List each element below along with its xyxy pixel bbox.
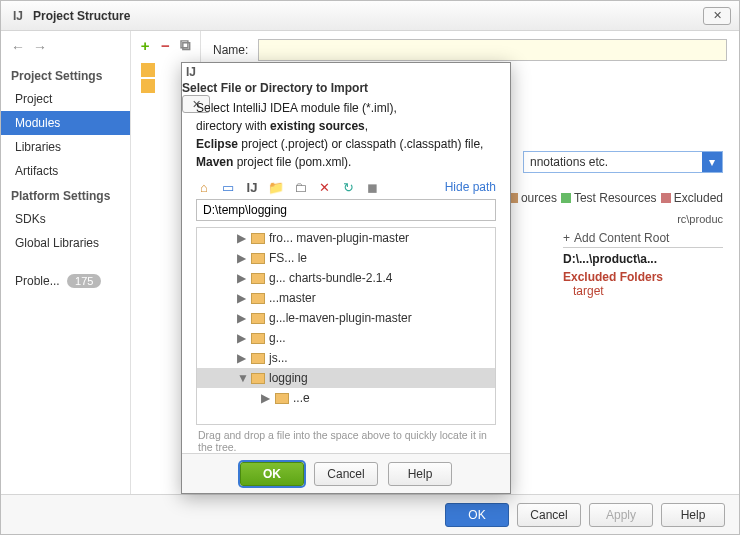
copy-module-icon[interactable]: ⧉ [180, 37, 192, 53]
tree-row-label: js... [269, 351, 288, 365]
module-item[interactable] [141, 63, 155, 77]
path-input[interactable] [196, 199, 496, 221]
expand-arrow-icon[interactable]: ▶ [237, 231, 247, 245]
window-title: Project Structure [33, 9, 130, 23]
sidebar-item-project[interactable]: Project [1, 87, 130, 111]
help-button[interactable]: Help [661, 503, 725, 527]
cancel-button[interactable]: Cancel [517, 503, 581, 527]
expand-arrow-icon[interactable]: ▶ [237, 331, 247, 345]
tree-row-label: ...master [269, 291, 316, 305]
settings-sidebar: ← → Project Settings Project Modules Lib… [1, 31, 131, 494]
sidebar-item-libraries[interactable]: Libraries [1, 135, 130, 159]
tab-test-resources[interactable]: Test Resources [561, 191, 657, 205]
module-name-input[interactable] [258, 39, 727, 61]
tree-row-label: g... charts-bundle-2.1.4 [269, 271, 392, 285]
excluded-folder-value[interactable]: target [563, 284, 723, 298]
sidebar-item-global-libraries[interactable]: Global Libraries [1, 231, 130, 255]
nav-back-icon[interactable]: ← [11, 39, 25, 55]
tree-row-label: g... [269, 331, 286, 345]
main-titlebar: IJ Project Structure ✕ [1, 1, 739, 31]
expand-arrow-icon[interactable]: ▶ [261, 391, 271, 405]
name-label: Name: [213, 43, 248, 57]
expand-arrow-icon[interactable]: ▶ [237, 311, 247, 325]
module-item[interactable] [141, 79, 155, 93]
source-path-fragment: rc\produc [677, 213, 723, 225]
problems-count-badge: 175 [67, 274, 101, 288]
import-dialog: IJ Select File or Directory to Import ✕ … [181, 62, 511, 494]
dialog-help-button[interactable]: Help [388, 462, 452, 486]
tree-row[interactable]: ▶...master [197, 288, 495, 308]
folder-icon [251, 353, 265, 364]
folder-icon [275, 393, 289, 404]
intellij-icon: IJ [182, 63, 200, 81]
nav-forward-icon[interactable]: → [33, 39, 47, 55]
intellij-icon: IJ [9, 7, 27, 25]
file-chooser-toolbar: ⌂ ▭ IJ 📁 🗀 ✕ ↻ ◼ Hide path [196, 171, 496, 199]
source-folder-tabs: ources Test Resources Excluded [508, 191, 723, 205]
tab-excluded[interactable]: Excluded [661, 191, 723, 205]
dialog-title: Select File or Directory to Import [182, 81, 368, 95]
folder-icon [251, 313, 265, 324]
project-icon[interactable]: IJ [244, 179, 260, 195]
tree-row[interactable]: ▶...e [197, 388, 495, 408]
add-module-icon[interactable]: + [139, 37, 151, 53]
folder-icon [251, 333, 265, 344]
sidebar-item-modules[interactable]: Modules [1, 111, 130, 135]
tree-row-label: fro... maven-plugin-master [269, 231, 409, 245]
language-level-dropdown[interactable]: nnotations etc. ▾ [523, 151, 723, 173]
file-tree[interactable]: ▶fro... maven-plugin-master▶FS... le▶g..… [196, 227, 496, 425]
folder-icon [251, 373, 265, 384]
tree-row[interactable]: ▶js... [197, 348, 495, 368]
tree-row-label: g...le-maven-plugin-master [269, 311, 412, 325]
delete-icon[interactable]: ✕ [316, 179, 332, 195]
show-hidden-icon[interactable]: ◼ [364, 179, 380, 195]
apply-button[interactable]: Apply [589, 503, 653, 527]
tree-row-label: FS... le [269, 251, 307, 265]
folder-icon [251, 293, 265, 304]
tree-row[interactable]: ▶fro... maven-plugin-master [197, 228, 495, 248]
remove-module-icon[interactable]: − [159, 37, 171, 53]
folder-icon [251, 253, 265, 264]
excluded-folders-label: Excluded Folders [563, 270, 723, 284]
main-footer: OK Cancel Apply Help [1, 494, 739, 534]
dialog-ok-button[interactable]: OK [240, 462, 304, 486]
close-window-button[interactable]: ✕ [703, 7, 731, 25]
content-root-path[interactable]: D:\...\product\a... [563, 248, 723, 270]
plus-icon[interactable]: + [563, 231, 570, 245]
sidebar-item-sdks[interactable]: SDKs [1, 207, 130, 231]
new-folder-icon[interactable]: 📁 [268, 179, 284, 195]
tree-row[interactable]: ▶g...le-maven-plugin-master [197, 308, 495, 328]
expand-arrow-icon[interactable]: ▶ [237, 291, 247, 305]
tree-row[interactable]: ▶FS... le [197, 248, 495, 268]
expand-arrow-icon[interactable]: ▶ [237, 251, 247, 265]
folder-icon [251, 233, 265, 244]
content-root-panel: +Add Content Root D:\...\product\a... Ex… [563, 231, 723, 298]
refresh-icon[interactable]: ↻ [340, 179, 356, 195]
ok-button[interactable]: OK [445, 503, 509, 527]
project-settings-header: Project Settings [1, 63, 130, 87]
expand-arrow-icon[interactable]: ▶ [237, 271, 247, 285]
chevron-down-icon: ▾ [702, 152, 722, 172]
tree-row-label: ...e [293, 391, 310, 405]
desktop-icon[interactable]: ▭ [220, 179, 236, 195]
home-icon[interactable]: ⌂ [196, 179, 212, 195]
expand-arrow-icon[interactable]: ▶ [237, 351, 247, 365]
hide-path-link[interactable]: Hide path [445, 180, 496, 194]
tab-resources[interactable]: ources [508, 191, 557, 205]
platform-settings-header: Platform Settings [1, 183, 130, 207]
sidebar-item-problems[interactable]: Proble... 175 [1, 269, 130, 293]
module-folder-icon[interactable]: 🗀 [292, 179, 308, 195]
tree-row[interactable]: ▶g... [197, 328, 495, 348]
dialog-footer: OK Cancel Help [182, 453, 510, 493]
sidebar-item-artifacts[interactable]: Artifacts [1, 159, 130, 183]
dialog-instructions: Select IntelliJ IDEA module file (*.iml)… [196, 99, 496, 171]
expand-arrow-icon[interactable]: ▼ [237, 371, 247, 385]
tree-row[interactable]: ▼logging [197, 368, 495, 388]
tree-row-label: logging [269, 371, 308, 385]
folder-icon [251, 273, 265, 284]
tree-row[interactable]: ▶g... charts-bundle-2.1.4 [197, 268, 495, 288]
dialog-cancel-button[interactable]: Cancel [314, 462, 378, 486]
